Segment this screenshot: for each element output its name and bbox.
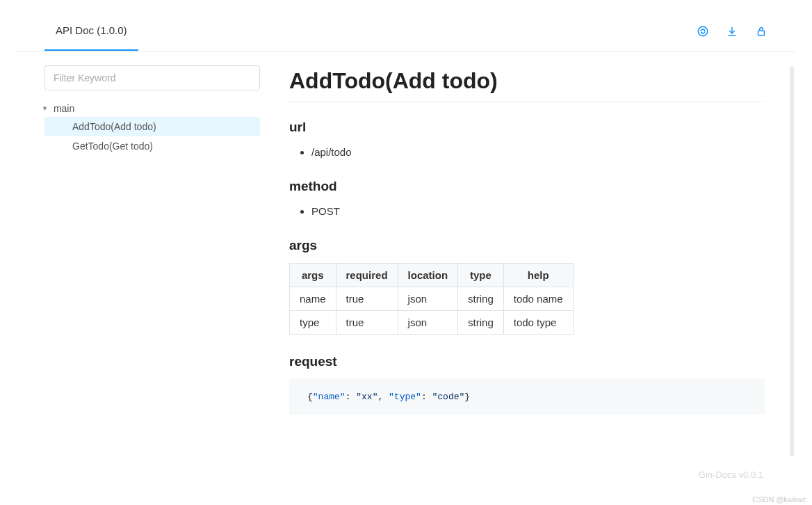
scrollbar[interactable]	[790, 67, 794, 456]
table-row: name true json string todo name	[290, 287, 574, 311]
th-help: help	[503, 264, 573, 287]
args-table: args required location type help name tr…	[289, 263, 574, 335]
doc-title: AddTodo(Add todo)	[289, 68, 765, 102]
table-row: type true json string todo type	[290, 311, 574, 335]
cell: todo type	[503, 311, 573, 335]
url-value: /api/todo	[311, 145, 765, 159]
caret-down-icon: ▼	[42, 105, 48, 112]
tree-group-main[interactable]: ▼ main	[44, 100, 260, 117]
sidebar: ▼ main AddTodo(Add todo) GetTodo(Get tod…	[17, 51, 277, 494]
svg-rect-1	[758, 31, 765, 35]
filter-input[interactable]	[44, 65, 260, 90]
th-location: location	[398, 264, 458, 287]
tab-api-doc[interactable]: API Doc (1.0.0)	[44, 20, 138, 51]
lock-icon[interactable]	[755, 25, 768, 38]
section-heading-request: request	[289, 354, 765, 369]
section-request: request {"name": "xx", "type": "code"}	[289, 354, 765, 415]
request-code: {"name": "xx", "type": "code"}	[289, 379, 765, 415]
section-args: args args required location type help	[289, 238, 765, 335]
body: ▼ main AddTodo(Add todo) GetTodo(Get tod…	[17, 51, 795, 494]
th-required: required	[336, 264, 398, 287]
tree-item-addtodo[interactable]: AddTodo(Add todo)	[44, 117, 260, 136]
svg-point-0	[698, 26, 708, 36]
th-type: type	[458, 264, 504, 287]
cell: true	[336, 287, 398, 311]
header-actions	[697, 25, 768, 38]
cell: string	[458, 311, 504, 335]
section-heading-method: method	[289, 179, 765, 194]
section-url: url /api/todo	[289, 120, 765, 159]
tree-group-label: main	[54, 103, 74, 114]
header: API Doc (1.0.0)	[17, 11, 795, 51]
cell: true	[336, 311, 398, 335]
watermark: CSDN @kwkwc	[752, 495, 806, 504]
table-header-row: args required location type help	[290, 264, 574, 287]
tree-item-gettodo[interactable]: GetTodo(Get todo)	[44, 136, 260, 156]
section-method: method POST	[289, 179, 765, 218]
cell: json	[398, 287, 458, 311]
header-tabs: API Doc (1.0.0)	[44, 11, 138, 51]
section-heading-url: url	[289, 120, 765, 135]
th-args: args	[290, 264, 336, 287]
section-heading-args: args	[289, 238, 765, 253]
cell: json	[398, 311, 458, 335]
tree-items: AddTodo(Add todo) GetTodo(Get todo)	[44, 117, 260, 156]
nav-tree: ▼ main AddTodo(Add todo) GetTodo(Get tod…	[44, 100, 260, 156]
cell: type	[290, 311, 336, 335]
cell: name	[290, 287, 336, 311]
refresh-icon[interactable]	[697, 25, 709, 38]
download-icon[interactable]	[726, 25, 738, 38]
method-value: POST	[311, 204, 765, 218]
cell: string	[458, 287, 504, 311]
cell: todo name	[503, 287, 573, 311]
footer-version: Gin-Docs v0.0.1	[699, 470, 763, 480]
content: AddTodo(Add todo) url /api/todo method P…	[277, 51, 795, 494]
